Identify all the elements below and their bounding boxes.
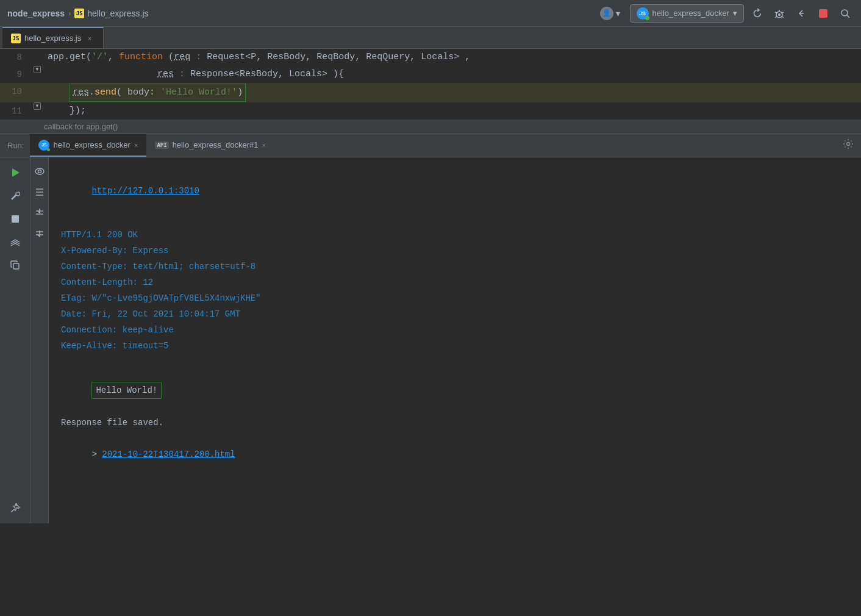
gutter-arrow-11: ▼ (34, 102, 41, 110)
gutter-9: ▼ (30, 66, 44, 73)
toolbar-actions: 👤 ▾ JS hello_express_docker ▾ (595, 4, 854, 23)
output-content-type: Content-Type: text/html; charset=utf-8 (61, 259, 849, 274)
code-line-11: 11 ▼ }); (0, 102, 861, 120)
svg-point-4 (847, 143, 850, 146)
svg-line-3 (847, 15, 849, 18)
run-tab-1-close[interactable]: × (134, 141, 138, 149)
run-secondary-icons (30, 157, 49, 523)
top-toolbar: node_express › JS hello_express.js 👤 ▾ J… (0, 0, 861, 27)
docker-dropdown-arrow: ▾ (733, 9, 737, 18)
docker-name: hello_express_docker (652, 9, 729, 18)
back-button[interactable] (793, 5, 810, 22)
code-line-10: 10 res.send( body: 'Hello World!') (0, 83, 861, 102)
output-connection: Connection: keep-alive (61, 322, 849, 338)
line-number-11: 11 (0, 102, 30, 120)
svg-point-10 (38, 170, 41, 173)
search-button[interactable] (837, 5, 854, 22)
line-content-11: }); (44, 102, 861, 120)
line-content-9: res : Response<ResBody, Locals> ){ (44, 66, 861, 83)
docker-config-button[interactable]: JS hello_express_docker ▾ (630, 4, 744, 23)
run-output[interactable]: http://127.0.0.1:3010 HTTP/1.1 200 OK X-… (49, 157, 861, 523)
wrench-button[interactable] (6, 187, 24, 205)
stop-button[interactable] (815, 5, 832, 22)
output-response-saved: Response file saved. (61, 415, 849, 431)
breadcrumb-separator: › (68, 9, 71, 18)
run-settings-button[interactable] (843, 138, 854, 152)
output-spacer-1 (61, 215, 849, 227)
output-http-status: HTTP/1.1 200 OK (61, 227, 849, 243)
run-tab-2-name: hello_express_docker#1 (173, 140, 259, 149)
list-icon-btn[interactable] (32, 184, 48, 200)
docker-status-dot (645, 16, 649, 20)
list-up-icon-btn[interactable] (32, 205, 48, 221)
gutter-arrow-9: ▼ (34, 66, 41, 73)
breadcrumb: node_express › JS hello_express.js (7, 9, 149, 18)
svg-rect-7 (13, 263, 19, 269)
user-button[interactable]: 👤 ▾ (595, 4, 625, 23)
project-name[interactable]: node_express (7, 9, 65, 18)
output-hello-world-line: Hello World! (61, 366, 849, 415)
output-file-link-line: > 2021-10-22T130417.200.html (61, 431, 849, 478)
stop-run-button[interactable] (6, 210, 24, 228)
output-date: Date: Fri, 22 Oct 2021 10:04:17 GMT (61, 306, 849, 322)
breadcrumb-filename[interactable]: hello_express.js (87, 9, 148, 18)
api-badge: API (155, 141, 168, 149)
run-tab-1-status-dot (47, 148, 50, 151)
output-url-line: http://127.0.0.1:3010 (61, 167, 849, 215)
gutter-11: ▼ (30, 102, 44, 110)
stop-icon (819, 9, 827, 18)
run-tab-2[interactable]: API hello_express_docker#1 × (146, 134, 274, 157)
output-file-prefix: > (91, 449, 102, 459)
copy-button[interactable] (6, 256, 24, 274)
output-url-link[interactable]: http://127.0.0.1:3010 (91, 186, 199, 196)
pin-button[interactable] (6, 499, 24, 517)
output-content-length: Content-Length: 12 (61, 274, 849, 290)
tab-close-button[interactable]: × (85, 34, 95, 43)
eye-icon-btn[interactable] (32, 163, 48, 179)
code-line-8: 8 app.get('/', function (req : Request<P… (0, 49, 861, 66)
tab-js-icon: JS (11, 34, 21, 43)
play-button[interactable] (6, 163, 24, 182)
output-etag: ETag: W/"c-Lve95gjOVATpfV8EL5X4nxwjKHE" (61, 290, 849, 306)
output-hello-world-boxed: Hello World! (91, 382, 162, 399)
svg-point-9 (35, 168, 44, 174)
output-powered-by: X-Powered-By: Express (61, 243, 849, 259)
run-tab-1[interactable]: JS hello_express_docker × (30, 134, 146, 157)
js-icon: JS (74, 9, 84, 18)
output-file-link[interactable]: 2021-10-22T130417.200.html (102, 449, 235, 459)
editor-tab-bar: JS hello_express.js × (0, 27, 861, 49)
run-tab-1-name: hello_express_docker (53, 140, 130, 149)
code-line-9: 9 ▼ res : Response<ResBody, Locals> ){ (0, 66, 861, 83)
docker-icon: JS (637, 7, 649, 20)
svg-rect-6 (12, 215, 19, 223)
line-number-10: 10 (0, 83, 30, 100)
run-tab-1-icon: JS (38, 140, 49, 151)
line-content-10: res.send( body: 'Hello World!') (44, 83, 861, 102)
run-label: Run: (5, 141, 30, 150)
line-number-8: 8 (0, 49, 30, 66)
code-editor: 8 app.get('/', function (req : Request<P… (0, 49, 861, 120)
tooltip-bar: callback for app.get() (0, 120, 861, 134)
list-download-icon-btn[interactable] (32, 226, 48, 242)
run-left-icons (0, 157, 30, 523)
reload-button[interactable] (749, 5, 766, 22)
output-spacer-2 (61, 354, 849, 366)
svg-line-8 (11, 509, 14, 512)
svg-point-1 (778, 13, 781, 16)
run-tab-2-close[interactable]: × (262, 141, 266, 149)
output-keep-alive: Keep-Alive: timeout=5 (61, 338, 849, 354)
svg-marker-5 (12, 168, 20, 177)
debug-button[interactable] (771, 5, 788, 22)
dropdown-arrow: ▾ (616, 9, 620, 18)
svg-point-2 (841, 10, 848, 16)
user-icon: 👤 (600, 7, 613, 20)
run-tab-bar: Run: JS hello_express_docker × API hello… (0, 134, 861, 157)
layers-button[interactable] (6, 233, 24, 251)
tab-filename: hello_express.js (24, 34, 81, 43)
breadcrumb-file: JS hello_express.js (74, 9, 148, 18)
editor-tab-hello-express[interactable]: JS hello_express.js × (2, 27, 104, 48)
line-number-9: 9 (0, 66, 30, 83)
tooltip-text: callback for app.get() (44, 122, 118, 131)
run-content: http://127.0.0.1:3010 HTTP/1.1 200 OK X-… (0, 157, 861, 523)
line-content-8: app.get('/', function (req : Request<P, … (44, 49, 861, 66)
